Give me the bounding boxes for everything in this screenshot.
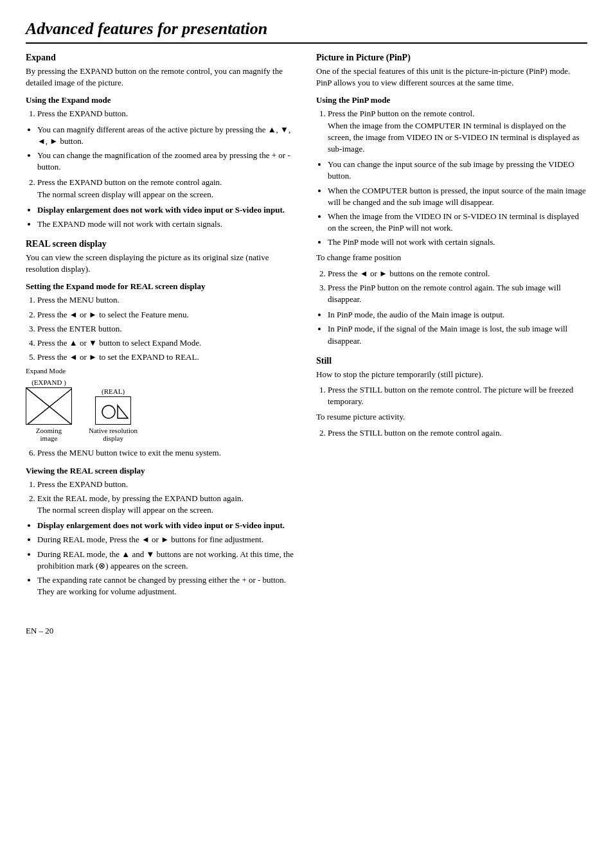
pinp-heading: Picture in Picture (PinP) xyxy=(316,53,587,63)
diagram-container: Expand Mode (EXPAND ) Zooming image xyxy=(26,367,297,442)
setting-step-4: Press the ▲ or ▼ button to select Expand… xyxy=(37,337,297,349)
right-column: Picture in Picture (PinP) One of the spe… xyxy=(316,53,587,607)
pinp-more-bullet-1: In PinP mode, the audio of the Main imag… xyxy=(328,309,587,321)
expand-bullet-1a: You can magnify different areas of the a… xyxy=(37,124,297,147)
resume-step: Press the STILL button on the remote con… xyxy=(328,427,587,439)
svg-point-2 xyxy=(102,405,115,418)
setting-steps-list: Press the MENU button. Press the ◄ or ► … xyxy=(37,294,297,363)
expand-section: Expand By pressing the EXPAND button on … xyxy=(26,53,297,230)
viewing-step-2: Exit the REAL mode, by pressing the EXPA… xyxy=(37,493,297,516)
native-caption: Native resolution display xyxy=(89,427,138,442)
expand-bullets-1: You can magnify different areas of the a… xyxy=(37,124,297,173)
expand-bold-bullets: Display enlargement does not work with v… xyxy=(37,204,297,230)
page-number: EN – 20 xyxy=(26,626,53,635)
step-6: Press the MENU button twice to exit the … xyxy=(37,447,297,459)
frame-position-label: To change frame position xyxy=(316,252,587,263)
viewing-bullet-3: The expanding rate cannot be changed by … xyxy=(37,574,297,598)
pinp-section: Picture in Picture (PinP) One of the spe… xyxy=(316,53,587,347)
expand-steps-list: Press the EXPAND button. xyxy=(37,108,297,120)
native-diagram-item: (REAL) Native resolution display xyxy=(89,387,138,442)
still-steps-list: Press the STILL button on the remote con… xyxy=(328,384,587,407)
expand-bullet-1b: You can change the magnification of the … xyxy=(37,150,297,173)
using-expand-heading: Using the Expand mode xyxy=(26,95,297,105)
still-step-1: Press the STILL button on the remote con… xyxy=(328,384,587,407)
pinp-bullet-3: When the image from the VIDEO IN or S-VI… xyxy=(328,211,587,234)
svg-marker-3 xyxy=(118,405,128,418)
expand-step-1: Press the EXPAND button. xyxy=(37,108,297,120)
resume-steps-list: Press the STILL button on the remote con… xyxy=(328,427,587,439)
page-title: Advanced features for presentation xyxy=(26,19,587,44)
native-image-diagram xyxy=(95,396,131,425)
resume-label: To resume picture activity. xyxy=(316,411,587,423)
real-screen-heading: REAL screen display xyxy=(26,239,297,249)
zoom-svg xyxy=(26,388,72,425)
pinp-bullets: You can change the input source of the s… xyxy=(328,159,587,248)
pinp-intro: One of the special features of this unit… xyxy=(316,66,587,89)
viewing-bold-bullet: Display enlargement does not work with v… xyxy=(37,520,297,531)
frame-steps-list: Press the ◄ or ► buttons on the remote c… xyxy=(328,268,587,306)
expand-paren-label: (EXPAND ) xyxy=(31,378,66,386)
using-pinp-heading: Using the PinP mode xyxy=(316,95,587,105)
diagram-row: (EXPAND ) Zooming image (REAL) xyxy=(26,378,297,442)
expand-heading: Expand xyxy=(26,53,297,63)
expand-intro: By pressing the EXPAND button on the rem… xyxy=(26,66,297,89)
setting-step-1: Press the MENU button. xyxy=(37,294,297,306)
setting-expand-heading: Setting the Expand mode for REAL screen … xyxy=(26,281,297,292)
frame-step-3: Press the PinP button on the remote cont… xyxy=(328,282,587,305)
zoom-image-diagram xyxy=(26,387,72,425)
setting-step-2: Press the ◄ or ► to select the Feature m… xyxy=(37,309,297,321)
expand-bullet-2: The EXPAND mode will not work with certa… xyxy=(37,218,297,230)
zooming-caption: Zooming image xyxy=(36,427,62,442)
viewing-bullet-1: During REAL mode, Press the ◄ or ► butto… xyxy=(37,534,297,545)
pinp-bullet-4: The PinP mode will not work with certain… xyxy=(328,236,587,248)
viewing-step-1: Press the EXPAND button. xyxy=(37,479,297,490)
viewing-bullet-2: During REAL mode, the ▲ and ▼ buttons ar… xyxy=(37,549,297,572)
still-section: Still How to stop the picture temporaril… xyxy=(316,356,587,439)
expand-diagram-item: (EXPAND ) Zooming image xyxy=(26,378,72,442)
expand-mode-label: Expand Mode xyxy=(26,367,297,375)
setting-step-3: Press the ENTER button. xyxy=(37,323,297,335)
viewing-real-heading: Viewing the REAL screen display xyxy=(26,466,297,476)
pinp-bullet-2: When the COMPUTER button is pressed, the… xyxy=(328,185,587,208)
pinp-more-bullets: In PinP mode, the audio of the Main imag… xyxy=(328,309,587,347)
viewing-steps-list: Press the EXPAND button. Exit the REAL m… xyxy=(37,479,297,517)
step6-list: Press the MENU button twice to exit the … xyxy=(37,447,297,459)
real-screen-section: REAL screen display You can view the scr… xyxy=(26,239,297,598)
pinp-step-1: Press the PinP button on the remote cont… xyxy=(328,108,587,155)
native-svg xyxy=(96,396,130,425)
still-heading: Still xyxy=(316,356,587,366)
pinp-more-bullet-2: In PinP mode, if the signal of the Main … xyxy=(328,323,587,346)
real-screen-intro: You can view the screen displaying the p… xyxy=(26,252,297,275)
frame-step-2: Press the ◄ or ► buttons on the remote c… xyxy=(328,268,587,279)
pinp-bullet-1: You can change the input source of the s… xyxy=(328,159,587,182)
viewing-bullets: Display enlargement does not work with v… xyxy=(37,520,297,598)
expand-bold-bullet-1: Display enlargement does not work with v… xyxy=(37,204,297,216)
pinp-steps-list: Press the PinP button on the remote cont… xyxy=(328,108,587,155)
footer: EN – 20 xyxy=(26,626,587,636)
left-column: Expand By pressing the EXPAND button on … xyxy=(26,53,297,607)
still-intro: How to stop the picture temporarily (sti… xyxy=(316,369,587,380)
expand-steps-list-2: Press the EXPAND button on the remote co… xyxy=(37,177,297,200)
real-paren-label: (REAL) xyxy=(102,387,125,395)
expand-step-2: Press the EXPAND button on the remote co… xyxy=(37,177,297,200)
setting-step-5: Press the ◄ or ► to set the EXPAND to RE… xyxy=(37,351,297,363)
